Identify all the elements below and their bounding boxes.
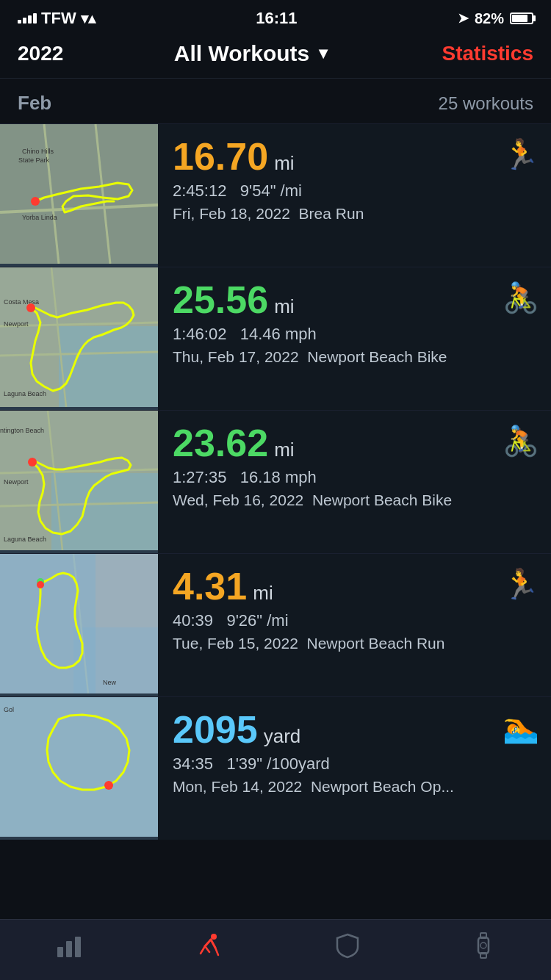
workout-distance: 2095 yard [173,710,539,749]
svg-text:Laguna Beach: Laguna Beach [4,390,46,397]
battery-icon [510,12,533,24]
section-header: Feb 25 workouts [0,79,551,123]
run-nav-icon [195,932,223,959]
svg-line-45 [205,946,209,952]
workout-map: ntington Beach Newport Laguna Beach [0,411,158,553]
distance-unit: mi [274,440,294,459]
svg-line-44 [201,946,205,954]
distance-value: 25.56 [173,281,268,319]
watch-nav-icon [472,932,495,959]
svg-point-41 [211,934,217,940]
workout-stats: 1:27:35 16.18 mph [173,468,539,487]
workout-meta: Fri, Feb 18, 2022 Brea Run [173,205,539,223]
workout-map: Chino Hills State Park Yorba Linda [0,124,158,267]
workout-distance: 25.56 mi [173,281,539,319]
svg-point-17 [26,303,35,312]
nav-item-watch[interactable] [457,932,510,959]
section-count: 25 workouts [439,93,533,114]
workout-row[interactable]: Gol 🏊 2095 yard 34:35 1'39" /100yard Mon… [0,696,551,840]
distance-unit: mi [253,583,273,602]
workout-map: Costa Mesa Newport Laguna Beach [0,267,158,410]
workout-stats: 2:45:12 9'54" /mi [173,181,539,201]
status-right: ➤ 82% [458,10,533,27]
workout-row[interactable]: New 🏃 4.31 mi 40:39 9'26" /mi Tue, Feb 1… [0,553,551,696]
svg-text:Newport: Newport [4,478,29,486]
svg-rect-40 [75,937,81,957]
workout-stats: 34:35 1'39" /100yard [173,754,539,774]
bike-icon: 🚴 [503,424,539,458]
svg-rect-47 [478,937,489,954]
workout-row[interactable]: ntington Beach Newport Laguna Beach 🚴 23… [0,410,551,553]
svg-rect-38 [57,947,63,957]
wifi-icon: ▾▴ [81,10,96,27]
svg-rect-19 [51,473,158,550]
svg-point-50 [480,943,486,948]
distance-unit: mi [274,154,294,173]
distance-value: 16.70 [173,137,268,176]
workout-stats: 1:46:02 14.46 mph [173,325,539,344]
svg-line-46 [215,948,218,955]
workout-info: 🏃 16.70 mi 2:45:12 9'54" /mi Fri, Feb 18… [158,124,551,267]
bar-chart-icon [56,932,84,959]
statistics-button[interactable]: Statistics [442,42,534,65]
svg-rect-35 [0,697,158,837]
workout-map: Gol [0,697,158,840]
shield-nav-icon [334,932,361,959]
workout-info: 🏊 2095 yard 34:35 1'39" /100yard Mon, Fe… [158,697,551,840]
clock: 16:11 [256,9,297,28]
bottom-nav [0,919,551,980]
svg-point-8 [31,197,40,206]
signal-icon [18,13,37,24]
svg-text:ntington Beach: ntington Beach [0,427,44,434]
svg-text:New: New [103,679,117,686]
svg-text:Gol: Gol [4,706,14,713]
svg-rect-39 [66,941,72,957]
svg-rect-1 [0,124,158,264]
distance-unit: mi [274,297,294,316]
distance-value: 23.62 [173,424,268,462]
run-icon: 🏃 [503,137,539,172]
svg-point-33 [37,581,44,588]
workout-meta: Wed, Feb 16, 2022 Newport Beach Bike [173,491,539,509]
svg-text:Newport: Newport [4,320,29,328]
run-icon: 🏃 [503,567,539,602]
workout-info: 🏃 4.31 mi 40:39 9'26" /mi Tue, Feb 15, 2… [158,554,551,696]
workout-info: 🚴 23.62 mi 1:27:35 16.18 mph Wed, Feb 16… [158,411,551,553]
year-label: 2022 [18,42,63,65]
title-text: All Workouts [174,41,309,66]
distance-value: 4.31 [173,567,247,605]
workout-info: 🚴 25.56 mi 1:46:02 14.46 mph Thu, Feb 17… [158,267,551,410]
workout-row[interactable]: Chino Hills State Park Yorba Linda 🏃 16.… [0,123,551,267]
bike-icon: 🚴 [503,281,539,315]
workout-stats: 40:39 9'26" /mi [173,611,539,630]
carrier-label: TFW [41,9,76,28]
svg-point-26 [28,458,37,466]
distance-value: 2095 [173,710,258,749]
chevron-down-icon: ▼ [315,44,331,63]
svg-text:Chino Hills: Chino Hills [22,148,54,155]
workout-distance: 4.31 mi [173,567,539,605]
battery-percent: 82% [475,10,504,27]
section-month: Feb [18,92,51,115]
svg-point-37 [104,781,113,790]
workout-map: New [0,554,158,696]
location-icon: ➤ [458,10,469,26]
battery-fill [512,15,527,22]
status-left: TFW ▾▴ [18,9,96,28]
svg-text:Laguna Beach: Laguna Beach [4,536,46,543]
svg-line-42 [205,940,211,946]
nav-item-stats[interactable] [41,932,98,959]
workout-distance: 23.62 mi [173,424,539,462]
header: 2022 All Workouts ▼ Statistics [0,34,551,79]
workout-distance: 16.70 mi [173,137,539,176]
svg-text:State Park: State Park [18,156,50,164]
nav-item-workouts[interactable] [180,932,237,959]
svg-text:Yorba Linda: Yorba Linda [22,214,57,221]
svg-line-43 [211,940,215,948]
workout-meta: Tue, Feb 15, 2022 Newport Beach Run [173,635,539,652]
workout-row[interactable]: Costa Mesa Newport Laguna Beach 🚴 25.56 … [0,267,551,410]
workout-meta: Thu, Feb 17, 2022 Newport Beach Bike [173,348,539,366]
all-workouts-title[interactable]: All Workouts ▼ [174,41,331,66]
swim-icon: 🏊 [503,710,539,745]
nav-item-health[interactable] [320,932,375,959]
